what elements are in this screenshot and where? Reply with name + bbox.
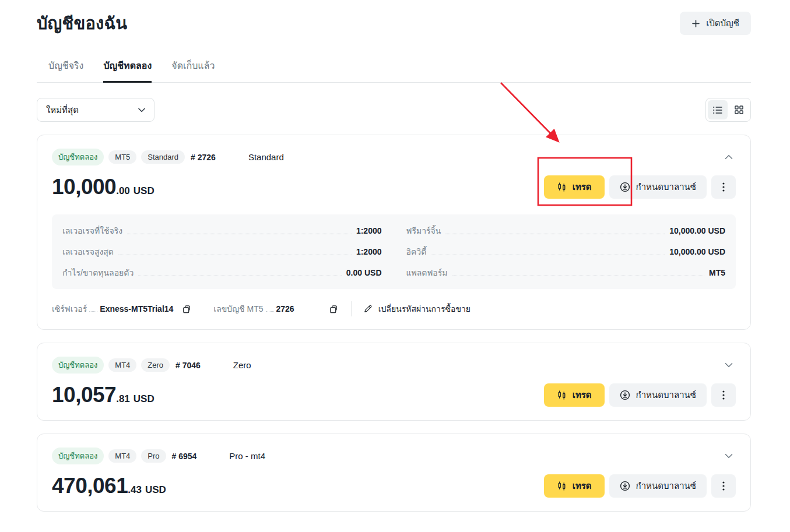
set-balance-label: กำหนดบาลานซ์ xyxy=(636,479,696,493)
account-nickname: Standard xyxy=(248,152,284,162)
tab-demo-accounts[interactable]: บัญชีทดลอง xyxy=(103,58,152,82)
page-title: บัญชีของฉัน xyxy=(37,10,127,37)
detail-value: 10,000.00 USD xyxy=(669,226,725,235)
detail-row-floating-pl: กำไร/ขาดทุนลอยตัว 0.00 USD xyxy=(62,262,382,283)
account-card-zero-mt4: บัญชีทดลอง MT4 Zero # 7046 Zero 10,057 .… xyxy=(37,343,751,421)
plan-badge: Pro xyxy=(141,449,166,463)
detail-value: 0.00 USD xyxy=(346,268,382,277)
trade-button-label: เทรด xyxy=(573,388,592,402)
chevron-down-icon xyxy=(725,453,733,459)
account-number-label: เลขบัญชี MT5 xyxy=(213,302,263,315)
account-type-badge: บัญชีทดลอง xyxy=(52,448,104,464)
detail-row-max-leverage: เลเวอเรจสูงสุด 1:2000 xyxy=(62,241,382,262)
balance-fraction: .43 xyxy=(128,484,142,496)
grid-view-icon xyxy=(735,105,743,114)
expand-card-button[interactable] xyxy=(722,358,736,372)
candlestick-icon xyxy=(557,481,567,491)
detail-row-actual-leverage: เลเวอเรจที่ใช้จริง 1:2000 xyxy=(62,220,382,241)
dotted-leader xyxy=(431,255,665,255)
trade-button-label: เทรด xyxy=(573,479,592,493)
plan-badge: Zero xyxy=(141,358,170,372)
copy-icon xyxy=(181,304,191,314)
server-label: เซิร์ฟเวอร์ xyxy=(52,302,87,315)
collapse-card-button[interactable] xyxy=(722,150,736,164)
account-balance: 470,061 .43 USD xyxy=(52,474,166,498)
card-menu-button[interactable] xyxy=(711,474,736,498)
detail-label: อิควิตี้ xyxy=(406,245,427,258)
trade-button[interactable]: เทรด xyxy=(544,175,605,199)
deposit-circle-icon xyxy=(620,390,630,400)
copy-server-button[interactable] xyxy=(180,303,192,315)
my-accounts-page: บัญชีของฉัน เปิดบัญชี บัญชีจริง บัญชีทดล… xyxy=(0,0,790,532)
account-number: # 2726 xyxy=(191,153,216,162)
dotted-leader xyxy=(127,234,352,234)
kebab-menu-icon xyxy=(722,481,725,491)
expand-card-button[interactable] xyxy=(722,449,736,463)
sort-dropdown[interactable]: ใหม่ที่สุด xyxy=(37,98,155,122)
dotted-leader xyxy=(89,311,97,312)
detail-row-equity: อิควิตี้ 10,000.00 USD xyxy=(406,241,726,262)
set-balance-button[interactable]: กำหนดบาลานซ์ xyxy=(609,175,707,199)
copy-account-number-button[interactable] xyxy=(327,303,339,315)
tab-real-accounts[interactable]: บัญชีจริง xyxy=(48,58,83,82)
candlestick-icon xyxy=(557,182,567,192)
account-nickname: Zero xyxy=(233,360,251,370)
detail-label: กำไร/ขาดทุนลอยตัว xyxy=(62,266,134,279)
detail-row-free-margin: ฟรีมาร์จิ้น 10,000.00 USD xyxy=(406,220,726,241)
balance-row: 470,061 .43 USD เทรด xyxy=(52,474,736,498)
detail-label: ฟรีมาร์จิ้น xyxy=(406,224,441,237)
card-menu-button[interactable] xyxy=(711,175,736,199)
vertical-divider xyxy=(351,301,352,316)
detail-value: 1:2000 xyxy=(356,226,382,235)
account-nickname: Pro - mt4 xyxy=(229,451,265,461)
trade-button[interactable]: เทรด xyxy=(544,474,605,498)
card-header: บัญชีทดลอง MT4 Zero # 7046 Zero xyxy=(52,357,736,374)
kebab-menu-icon xyxy=(722,390,725,400)
tab-archived[interactable]: จัดเก็บแล้ว xyxy=(171,58,215,82)
detail-value: 1:2000 xyxy=(356,247,382,256)
trade-button-label: เทรด xyxy=(573,180,592,194)
toolbar: ใหม่ที่สุด xyxy=(37,98,751,122)
detail-label: แพลตฟอร์ม xyxy=(406,266,448,279)
list-view-button[interactable] xyxy=(708,100,728,119)
grid-view-button[interactable] xyxy=(729,100,749,119)
balance-currency: USD xyxy=(145,484,166,496)
dotted-leader xyxy=(452,276,705,276)
account-tabs: บัญชีจริง บัญชีทดลอง จัดเก็บแล้ว xyxy=(37,58,751,83)
badges: บัญชีทดลอง MT4 Pro xyxy=(52,448,166,464)
account-balance: 10,057 .81 USD xyxy=(52,383,155,407)
account-number: # 6954 xyxy=(172,452,197,461)
plan-badge: Standard xyxy=(141,150,185,164)
account-type-badge: บัญชีทดลอง xyxy=(52,149,104,165)
card-footer: เซิร์ฟเวอร์ Exness-MT5Trial14 เลขบัญชี M… xyxy=(52,301,736,316)
candlestick-icon xyxy=(557,390,567,400)
deposit-circle-icon xyxy=(620,182,630,192)
plus-icon xyxy=(691,19,700,28)
detail-label: เลเวอเรจที่ใช้จริง xyxy=(62,224,122,237)
account-details: เลเวอเรจที่ใช้จริง 1:2000 ฟรีมาร์จิ้น 10… xyxy=(52,214,736,289)
card-menu-button[interactable] xyxy=(711,383,736,407)
balance-row: 10,057 .81 USD เทรด xyxy=(52,383,736,407)
kebab-menu-icon xyxy=(722,182,725,192)
badges: บัญชีทดลอง MT4 Zero xyxy=(52,357,170,374)
dotted-leader xyxy=(266,311,274,312)
chevron-down-icon xyxy=(725,362,733,368)
set-balance-button[interactable]: กำหนดบาลานซ์ xyxy=(609,474,707,498)
balance-currency: USD xyxy=(134,393,155,405)
view-toggle xyxy=(705,98,751,122)
platform-badge: MT4 xyxy=(108,449,136,463)
detail-label: เลเวอเรจสูงสุด xyxy=(62,245,114,258)
open-account-button[interactable]: เปิดบัญชี xyxy=(680,12,751,35)
trade-button[interactable]: เทรด xyxy=(544,383,605,407)
account-card-standard-mt5: บัญชีทดลอง MT5 Standard # 2726 Standard … xyxy=(37,135,751,330)
set-balance-label: กำหนดบาลานซ์ xyxy=(636,180,696,194)
detail-value: MT5 xyxy=(709,268,725,277)
change-trading-password-label: เปลี่ยนรหัสผ่านการซื้อขาย xyxy=(378,302,471,315)
list-view-icon xyxy=(713,106,722,114)
card-actions: เทรด กำหนดบาลานซ์ xyxy=(544,383,736,407)
set-balance-button[interactable]: กำหนดบาลานซ์ xyxy=(609,383,707,407)
account-card-pro-mt4: บัญชีทดลอง MT4 Pro # 6954 Pro - mt4 470,… xyxy=(37,434,751,512)
badges: บัญชีทดลอง MT5 Standard xyxy=(52,149,185,165)
change-trading-password-button[interactable]: เปลี่ยนรหัสผ่านการซื้อขาย xyxy=(363,302,471,315)
balance-amount: 10,000 xyxy=(52,175,116,199)
